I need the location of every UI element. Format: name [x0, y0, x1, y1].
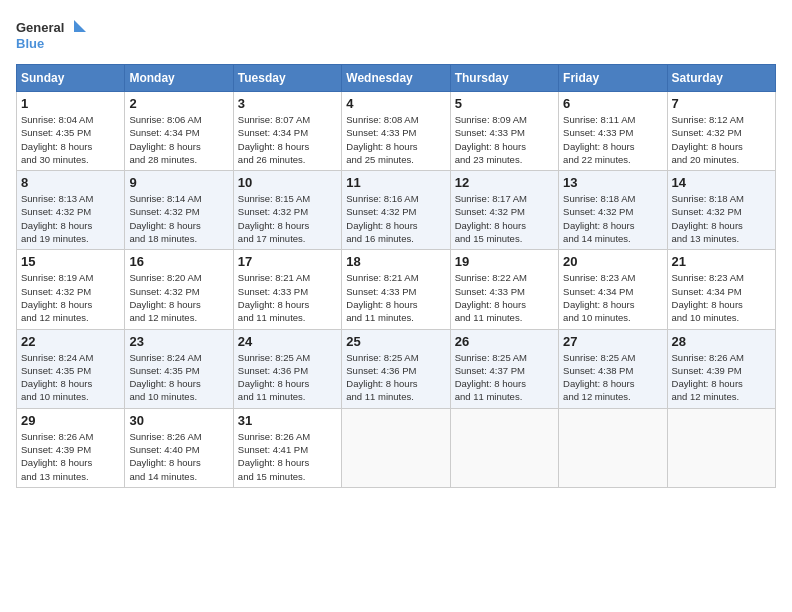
day-info: Sunrise: 8:22 AM Sunset: 4:33 PM Dayligh…: [455, 271, 554, 324]
day-number: 12: [455, 175, 554, 190]
day-info: Sunrise: 8:21 AM Sunset: 4:33 PM Dayligh…: [238, 271, 337, 324]
calendar-cell: 24Sunrise: 8:25 AM Sunset: 4:36 PM Dayli…: [233, 329, 341, 408]
calendar-cell: 8Sunrise: 8:13 AM Sunset: 4:32 PM Daylig…: [17, 171, 125, 250]
calendar-cell: 1Sunrise: 8:04 AM Sunset: 4:35 PM Daylig…: [17, 92, 125, 171]
calendar-header-wednesday: Wednesday: [342, 65, 450, 92]
calendar-cell: 2Sunrise: 8:06 AM Sunset: 4:34 PM Daylig…: [125, 92, 233, 171]
calendar-cell: 5Sunrise: 8:09 AM Sunset: 4:33 PM Daylig…: [450, 92, 558, 171]
calendar-cell: 22Sunrise: 8:24 AM Sunset: 4:35 PM Dayli…: [17, 329, 125, 408]
calendar-cell: 15Sunrise: 8:19 AM Sunset: 4:32 PM Dayli…: [17, 250, 125, 329]
calendar-header-tuesday: Tuesday: [233, 65, 341, 92]
calendar-week-row: 1Sunrise: 8:04 AM Sunset: 4:35 PM Daylig…: [17, 92, 776, 171]
day-info: Sunrise: 8:18 AM Sunset: 4:32 PM Dayligh…: [672, 192, 771, 245]
calendar-cell: 6Sunrise: 8:11 AM Sunset: 4:33 PM Daylig…: [559, 92, 667, 171]
day-number: 17: [238, 254, 337, 269]
calendar-header-row: SundayMondayTuesdayWednesdayThursdayFrid…: [17, 65, 776, 92]
day-info: Sunrise: 8:17 AM Sunset: 4:32 PM Dayligh…: [455, 192, 554, 245]
calendar-cell: [667, 408, 775, 487]
calendar-cell: 4Sunrise: 8:08 AM Sunset: 4:33 PM Daylig…: [342, 92, 450, 171]
day-number: 4: [346, 96, 445, 111]
day-number: 6: [563, 96, 662, 111]
day-info: Sunrise: 8:14 AM Sunset: 4:32 PM Dayligh…: [129, 192, 228, 245]
logo-svg: General Blue: [16, 16, 86, 52]
day-number: 21: [672, 254, 771, 269]
calendar-cell: 7Sunrise: 8:12 AM Sunset: 4:32 PM Daylig…: [667, 92, 775, 171]
calendar-cell: [450, 408, 558, 487]
day-number: 10: [238, 175, 337, 190]
day-info: Sunrise: 8:09 AM Sunset: 4:33 PM Dayligh…: [455, 113, 554, 166]
day-info: Sunrise: 8:07 AM Sunset: 4:34 PM Dayligh…: [238, 113, 337, 166]
day-info: Sunrise: 8:25 AM Sunset: 4:38 PM Dayligh…: [563, 351, 662, 404]
calendar-header-saturday: Saturday: [667, 65, 775, 92]
calendar-week-row: 8Sunrise: 8:13 AM Sunset: 4:32 PM Daylig…: [17, 171, 776, 250]
svg-text:Blue: Blue: [16, 36, 44, 51]
calendar-cell: 3Sunrise: 8:07 AM Sunset: 4:34 PM Daylig…: [233, 92, 341, 171]
calendar-cell: 18Sunrise: 8:21 AM Sunset: 4:33 PM Dayli…: [342, 250, 450, 329]
calendar-cell: 26Sunrise: 8:25 AM Sunset: 4:37 PM Dayli…: [450, 329, 558, 408]
calendar-week-row: 29Sunrise: 8:26 AM Sunset: 4:39 PM Dayli…: [17, 408, 776, 487]
day-info: Sunrise: 8:25 AM Sunset: 4:37 PM Dayligh…: [455, 351, 554, 404]
day-info: Sunrise: 8:26 AM Sunset: 4:40 PM Dayligh…: [129, 430, 228, 483]
day-number: 23: [129, 334, 228, 349]
day-info: Sunrise: 8:13 AM Sunset: 4:32 PM Dayligh…: [21, 192, 120, 245]
calendar-cell: 31Sunrise: 8:26 AM Sunset: 4:41 PM Dayli…: [233, 408, 341, 487]
calendar-cell: 27Sunrise: 8:25 AM Sunset: 4:38 PM Dayli…: [559, 329, 667, 408]
calendar-cell: 21Sunrise: 8:23 AM Sunset: 4:34 PM Dayli…: [667, 250, 775, 329]
calendar-cell: 10Sunrise: 8:15 AM Sunset: 4:32 PM Dayli…: [233, 171, 341, 250]
calendar-week-row: 22Sunrise: 8:24 AM Sunset: 4:35 PM Dayli…: [17, 329, 776, 408]
calendar-cell: 12Sunrise: 8:17 AM Sunset: 4:32 PM Dayli…: [450, 171, 558, 250]
day-number: 27: [563, 334, 662, 349]
calendar-cell: 14Sunrise: 8:18 AM Sunset: 4:32 PM Dayli…: [667, 171, 775, 250]
day-number: 29: [21, 413, 120, 428]
day-number: 16: [129, 254, 228, 269]
day-number: 31: [238, 413, 337, 428]
day-number: 22: [21, 334, 120, 349]
calendar-cell: 17Sunrise: 8:21 AM Sunset: 4:33 PM Dayli…: [233, 250, 341, 329]
calendar-header-monday: Monday: [125, 65, 233, 92]
day-info: Sunrise: 8:15 AM Sunset: 4:32 PM Dayligh…: [238, 192, 337, 245]
calendar-cell: 20Sunrise: 8:23 AM Sunset: 4:34 PM Dayli…: [559, 250, 667, 329]
day-number: 24: [238, 334, 337, 349]
day-number: 26: [455, 334, 554, 349]
calendar-cell: 29Sunrise: 8:26 AM Sunset: 4:39 PM Dayli…: [17, 408, 125, 487]
calendar-cell: 11Sunrise: 8:16 AM Sunset: 4:32 PM Dayli…: [342, 171, 450, 250]
calendar-cell: 19Sunrise: 8:22 AM Sunset: 4:33 PM Dayli…: [450, 250, 558, 329]
day-info: Sunrise: 8:23 AM Sunset: 4:34 PM Dayligh…: [563, 271, 662, 324]
day-number: 7: [672, 96, 771, 111]
calendar-cell: [342, 408, 450, 487]
calendar-header-friday: Friday: [559, 65, 667, 92]
day-number: 25: [346, 334, 445, 349]
day-info: Sunrise: 8:26 AM Sunset: 4:39 PM Dayligh…: [672, 351, 771, 404]
day-number: 15: [21, 254, 120, 269]
day-info: Sunrise: 8:24 AM Sunset: 4:35 PM Dayligh…: [21, 351, 120, 404]
day-number: 13: [563, 175, 662, 190]
calendar-cell: 30Sunrise: 8:26 AM Sunset: 4:40 PM Dayli…: [125, 408, 233, 487]
calendar-cell: 23Sunrise: 8:24 AM Sunset: 4:35 PM Dayli…: [125, 329, 233, 408]
calendar-cell: 16Sunrise: 8:20 AM Sunset: 4:32 PM Dayli…: [125, 250, 233, 329]
calendar-cell: 28Sunrise: 8:26 AM Sunset: 4:39 PM Dayli…: [667, 329, 775, 408]
day-info: Sunrise: 8:16 AM Sunset: 4:32 PM Dayligh…: [346, 192, 445, 245]
day-info: Sunrise: 8:26 AM Sunset: 4:39 PM Dayligh…: [21, 430, 120, 483]
day-number: 18: [346, 254, 445, 269]
calendar-cell: 9Sunrise: 8:14 AM Sunset: 4:32 PM Daylig…: [125, 171, 233, 250]
day-info: Sunrise: 8:04 AM Sunset: 4:35 PM Dayligh…: [21, 113, 120, 166]
day-info: Sunrise: 8:24 AM Sunset: 4:35 PM Dayligh…: [129, 351, 228, 404]
calendar-cell: 25Sunrise: 8:25 AM Sunset: 4:36 PM Dayli…: [342, 329, 450, 408]
calendar-header-sunday: Sunday: [17, 65, 125, 92]
day-number: 20: [563, 254, 662, 269]
day-number: 2: [129, 96, 228, 111]
day-info: Sunrise: 8:25 AM Sunset: 4:36 PM Dayligh…: [238, 351, 337, 404]
day-info: Sunrise: 8:23 AM Sunset: 4:34 PM Dayligh…: [672, 271, 771, 324]
calendar-table: SundayMondayTuesdayWednesdayThursdayFrid…: [16, 64, 776, 488]
calendar-header-thursday: Thursday: [450, 65, 558, 92]
calendar-cell: 13Sunrise: 8:18 AM Sunset: 4:32 PM Dayli…: [559, 171, 667, 250]
day-info: Sunrise: 8:21 AM Sunset: 4:33 PM Dayligh…: [346, 271, 445, 324]
day-info: Sunrise: 8:25 AM Sunset: 4:36 PM Dayligh…: [346, 351, 445, 404]
day-info: Sunrise: 8:18 AM Sunset: 4:32 PM Dayligh…: [563, 192, 662, 245]
day-number: 11: [346, 175, 445, 190]
calendar-week-row: 15Sunrise: 8:19 AM Sunset: 4:32 PM Dayli…: [17, 250, 776, 329]
day-info: Sunrise: 8:26 AM Sunset: 4:41 PM Dayligh…: [238, 430, 337, 483]
day-number: 28: [672, 334, 771, 349]
svg-text:General: General: [16, 20, 64, 35]
day-info: Sunrise: 8:11 AM Sunset: 4:33 PM Dayligh…: [563, 113, 662, 166]
